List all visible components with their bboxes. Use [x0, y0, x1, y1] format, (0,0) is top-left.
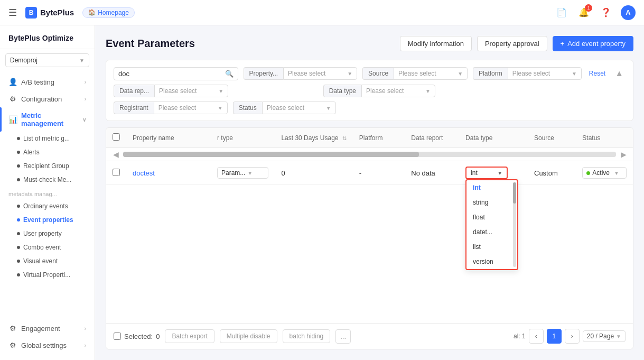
page-size-arrow-icon: ▼ — [616, 334, 621, 339]
homepage-label: Homepage — [98, 9, 129, 16]
sidebar-item-metric-management[interactable]: 📊 Metric management ∨ — [0, 107, 95, 132]
col-header-report: Data report — [405, 128, 459, 148]
property-name-cell: doctest — [126, 161, 211, 185]
avatar[interactable]: A — [621, 5, 636, 20]
sidebar-item-ab-testing[interactable]: 👤 A/B testing › — [0, 73, 95, 90]
source-filter-label: Source — [362, 67, 394, 80]
datatype-option-int[interactable]: int — [466, 180, 517, 195]
scroll-right-arrow-icon[interactable]: ▶ — [618, 150, 629, 159]
docs-icon[interactable]: 📄 — [554, 5, 569, 20]
source-filter: Source Please select ▼ — [362, 67, 468, 80]
status-filter-arrow-icon: ▼ — [326, 105, 331, 111]
sidebar-item-event-properties[interactable]: Event properties — [0, 213, 95, 227]
status-select[interactable]: Active ▼ — [582, 167, 627, 179]
list-metric-label: List of metric g... — [23, 135, 70, 142]
source-filter-arrow-icon: ▼ — [458, 71, 463, 77]
current-page-button[interactable]: 1 — [547, 329, 562, 344]
sidebar-item-user-property[interactable]: User property — [0, 227, 95, 241]
sidebar-item-visual-event[interactable]: Visual event — [0, 254, 95, 268]
dot-icon — [17, 260, 20, 263]
sidebar-item-recipient-group[interactable]: Recipient Group — [0, 159, 95, 173]
property-name-link[interactable]: doctest — [133, 169, 155, 177]
sidebar-item-ordinary-events[interactable]: Ordinary events — [0, 199, 95, 213]
report-cell: No data — [405, 161, 459, 185]
source-value: Custom — [534, 169, 558, 177]
ab-testing-arrow-icon: › — [85, 79, 86, 85]
sidebar-item-combo-event[interactable]: Combo event — [0, 241, 95, 254]
next-page-button[interactable]: › — [565, 329, 580, 344]
search-input[interactable] — [118, 70, 222, 78]
registrant-filter: Registrant Please select ▼ — [114, 101, 228, 114]
datatype-option-float[interactable]: float — [466, 210, 517, 225]
notifications-icon[interactable]: 🔔 1 — [576, 5, 591, 20]
sidebar-item-configuration[interactable]: ⚙ Configuration › — [0, 90, 95, 107]
data-type-filter-label: Data type — [323, 85, 361, 97]
source-filter-select[interactable]: Please select ▼ — [394, 67, 468, 80]
sidebar-item-list-metric[interactable]: List of metric g... — [0, 132, 95, 145]
type-select[interactable]: Param... ▼ — [217, 167, 268, 179]
batch-export-button[interactable]: Batch export — [165, 329, 214, 343]
reset-button[interactable]: Reset — [587, 68, 608, 79]
property-approval-button[interactable]: Property approval — [477, 36, 547, 51]
platform-filter-label: Platform — [473, 67, 508, 80]
help-icon[interactable]: ❓ — [599, 5, 613, 20]
collapse-icon[interactable]: ▲ — [613, 67, 626, 80]
row-checkbox[interactable] — [113, 169, 120, 176]
combo-event-label: Combo event — [23, 244, 61, 251]
byteplus-logo-icon: B — [25, 7, 37, 19]
status-filter-select[interactable]: Please select ▼ — [262, 101, 336, 114]
filter-row-1: 🔍 Property... Please select ▼ Source Ple… — [114, 67, 626, 80]
registrant-filter-placeholder: Please select — [158, 104, 216, 112]
select-all-checkbox[interactable] — [113, 133, 120, 141]
sidebar-item-alerts[interactable]: Alerts — [0, 145, 95, 159]
data-rep-filter-select[interactable]: Please select ▼ — [154, 85, 228, 97]
property-filter-select[interactable]: Please select ▼ — [283, 67, 357, 80]
batch-hiding-button[interactable]: batch hiding — [283, 329, 331, 343]
project-selector[interactable]: Demoproj ▼ — [5, 53, 89, 67]
engagement-icon: ⚙ — [8, 324, 17, 333]
sidebar-item-virtual-properties[interactable]: Virtual Properti... — [0, 268, 95, 282]
hamburger-menu[interactable]: ☰ — [8, 7, 17, 19]
table-header-row: Property name r type Last 30 Days Usage … — [106, 128, 633, 148]
report-value: No data — [411, 169, 435, 177]
status-arrow-icon: ▼ — [614, 170, 619, 176]
select-all-bottom-checkbox[interactable] — [114, 333, 121, 340]
filter-row-3: Registrant Please select ▼ Status Please… — [114, 101, 626, 114]
page-size-select[interactable]: 20 / Page ▼ — [583, 330, 626, 342]
registrant-filter-select[interactable]: Please select ▼ — [154, 101, 228, 114]
status-active-dot — [586, 171, 590, 175]
datatype-option-datetime[interactable]: datet... — [466, 225, 517, 239]
data-type-filter-select[interactable]: Please select ▼ — [361, 85, 435, 97]
search-icon: 🔍 — [225, 70, 234, 78]
sidebar-item-engagement[interactable]: ⚙ Engagement › — [0, 320, 95, 337]
status-cell: Active ▼ — [576, 161, 633, 185]
sidebar-item-global-settings[interactable]: ⚙ Global settings › — [0, 337, 95, 354]
multiple-disable-button[interactable]: Multiple disable — [220, 329, 277, 343]
add-event-property-button[interactable]: + Add event property — [553, 36, 633, 51]
table-scroll-area[interactable]: Property name r type Last 30 Days Usage … — [106, 128, 633, 323]
platform-filter-select[interactable]: Please select ▼ — [508, 67, 582, 80]
property-filter-placeholder: Please select — [288, 70, 345, 77]
user-property-label: User property — [23, 230, 62, 237]
dot-icon — [17, 151, 20, 154]
dot-icon — [17, 137, 20, 140]
sidebar-item-must-check[interactable]: Must-check Me... — [0, 173, 95, 187]
global-settings-icon: ⚙ — [8, 341, 17, 349]
type-select-arrow-icon: ▼ — [247, 170, 253, 176]
platform-filter-arrow-icon: ▼ — [572, 71, 577, 77]
datatype-dropdown-arrow-icon: ▼ — [497, 170, 502, 176]
homepage-badge[interactable]: 🏠 Homepage — [82, 7, 135, 18]
col-header-usage: Last 30 Days Usage ⇅ — [275, 128, 352, 148]
main-layout: BytePlus Optimize Demoproj ▼ 👤 A/B testi… — [0, 25, 644, 360]
datatype-option-version[interactable]: version — [466, 254, 517, 269]
more-actions-button[interactable]: ... — [335, 329, 351, 344]
datatype-option-string[interactable]: string — [466, 195, 517, 210]
scroll-left-arrow-icon[interactable]: ◀ — [110, 150, 121, 159]
col-header-source: Source — [528, 128, 576, 148]
modify-information-button[interactable]: Modify information — [400, 36, 472, 51]
datatype-select-button[interactable]: int ▼ — [465, 167, 508, 179]
ab-testing-icon: 👤 — [8, 78, 17, 86]
prev-page-button[interactable]: ‹ — [529, 329, 544, 344]
dot-icon — [17, 178, 20, 181]
datatype-option-list[interactable]: list — [466, 239, 517, 254]
